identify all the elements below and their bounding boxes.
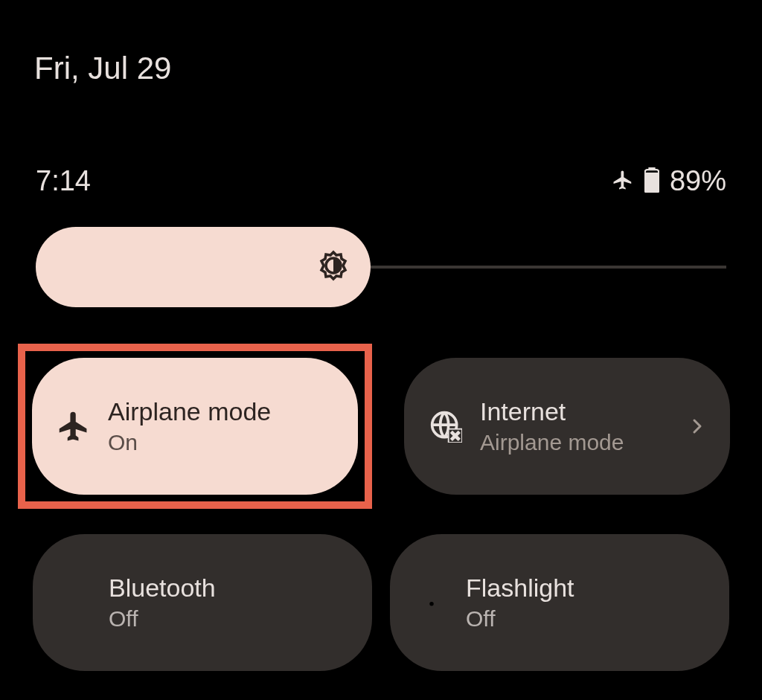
chevron-right-icon [688,417,706,435]
brightness-slider[interactable] [36,227,726,307]
tile-title: Internet [480,396,672,427]
status-time: 7:14 [36,165,91,197]
flashlight-tile[interactable]: Flashlight Off [390,534,729,671]
airplane-mode-tile[interactable]: Airplane mode On [32,358,358,495]
tile-subtitle: Off [109,606,348,632]
bluetooth-icon [57,585,92,620]
status-icons: 89% [612,165,726,197]
tile-subtitle: On [108,429,334,456]
svg-point-7 [429,602,434,606]
internet-tile-wrapper: Internet Airplane mode [390,344,744,509]
airplane-icon [56,408,92,444]
flashlight-icon [414,585,449,620]
tile-title: Bluetooth [109,573,348,603]
svg-rect-2 [645,172,659,192]
tile-subtitle: Airplane mode [480,429,672,456]
status-bar: 7:14 89% [36,165,726,197]
bluetooth-tile[interactable]: Bluetooth Off [33,534,372,671]
globe-x-icon [428,408,464,444]
internet-tile[interactable]: Internet Airplane mode [404,358,730,495]
brightness-fill [36,227,371,307]
tile-subtitle: Off [466,606,705,632]
tile-title: Flashlight [466,573,705,603]
battery-icon [644,167,659,196]
airplane-mode-tile-wrapper: Airplane mode On [18,344,372,509]
date-label: Fri, Jul 29 [34,51,171,86]
tile-title: Airplane mode [108,396,334,427]
battery-percent: 89% [670,165,726,197]
airplane-status-icon [612,169,634,194]
brightness-icon [316,248,351,286]
